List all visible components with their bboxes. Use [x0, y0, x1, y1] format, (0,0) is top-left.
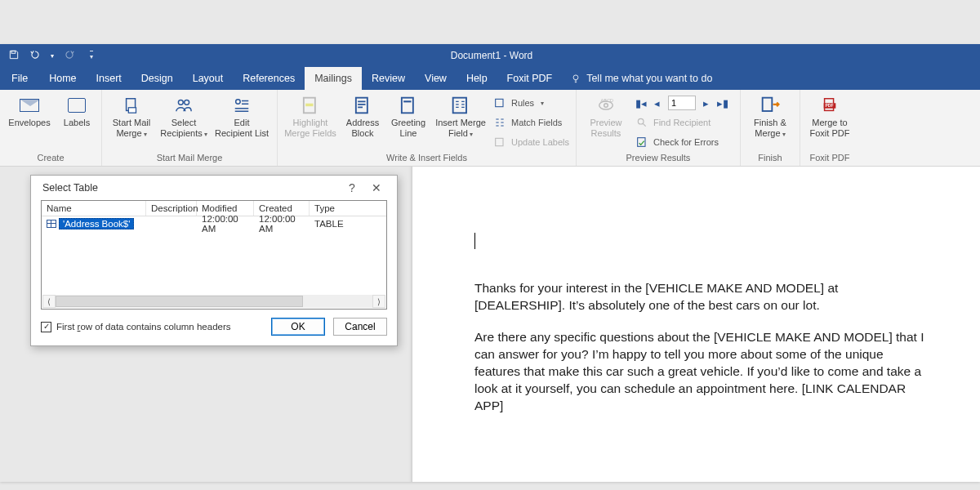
- horizontal-scrollbar[interactable]: ⟨ ⟩: [42, 295, 385, 308]
- scroll-track[interactable]: [56, 295, 372, 308]
- insert-merge-field-button[interactable]: Insert Merge Field: [434, 93, 487, 138]
- first-row-headers-checkbox[interactable]: ✓ First row of data contains column head…: [41, 322, 263, 332]
- tab-file[interactable]: File: [0, 67, 39, 90]
- svg-text:ABCD: ABCD: [601, 98, 613, 103]
- update-labels-label: Update Labels: [511, 137, 569, 147]
- svg-point-5: [185, 100, 189, 105]
- svg-text:PDF: PDF: [825, 103, 833, 108]
- dialog-title: Select Table: [42, 182, 340, 194]
- greeting-line-button[interactable]: Greeting Line: [389, 93, 428, 138]
- select-table-dialog: Select Table ? ✕ Name Description Modifi…: [30, 175, 398, 346]
- update-labels-button: Update Labels: [493, 134, 569, 150]
- cancel-button[interactable]: Cancel: [333, 318, 387, 336]
- qat-customize-icon[interactable]: ▾: [90, 51, 93, 60]
- tab-layout[interactable]: Layout: [183, 67, 234, 90]
- tell-me-label: Tell me what you want to do: [586, 73, 712, 84]
- group-write-label: Write & Insert Fields: [284, 151, 569, 164]
- table-row[interactable]: 'Address Book$' 12:00:00 AM 12:00:00 AM …: [42, 216, 386, 231]
- check-errors-icon: [635, 136, 648, 149]
- rules-button[interactable]: Rules▾: [493, 95, 569, 111]
- envelope-icon: [18, 95, 41, 116]
- select-recipients-label: Select Recipients: [160, 118, 207, 138]
- address-block-button[interactable]: Address Block: [343, 93, 382, 138]
- scroll-thumb[interactable]: [56, 296, 303, 307]
- text-cursor: [474, 233, 475, 249]
- dialog-close-button[interactable]: ✕: [364, 181, 389, 194]
- tell-me-search[interactable]: Tell me what you want to do: [562, 67, 720, 90]
- start-mail-merge-label: Start Mail Merge: [113, 118, 150, 138]
- tab-mailings[interactable]: Mailings: [305, 67, 362, 90]
- find-recipient-label: Find Recipient: [653, 118, 710, 127]
- finish-merge-label: Finish & Merge: [754, 118, 786, 138]
- greeting-line-label: Greeting Line: [391, 118, 425, 138]
- col-type[interactable]: Type: [310, 201, 386, 216]
- table-list[interactable]: Name Description Modified Created Type '…: [41, 200, 387, 310]
- col-description[interactable]: Description: [146, 201, 197, 216]
- scroll-right-icon[interactable]: ⟩: [372, 295, 385, 308]
- tab-foxit-pdf[interactable]: Foxit PDF: [497, 67, 563, 90]
- preview-results-label: Preview Results: [590, 118, 621, 138]
- select-recipients-button[interactable]: Select Recipients: [161, 93, 207, 138]
- next-record-icon[interactable]: ▸: [701, 97, 712, 109]
- svg-rect-13: [496, 138, 503, 145]
- last-record-icon[interactable]: ▸▮: [717, 97, 728, 109]
- edit-recipient-list-button[interactable]: Edit Recipient List: [213, 93, 270, 138]
- ok-button[interactable]: OK: [271, 318, 325, 336]
- tab-references[interactable]: References: [233, 67, 305, 90]
- start-mail-merge-button[interactable]: Start Mail Merge: [109, 93, 154, 138]
- envelopes-button[interactable]: Envelopes: [7, 93, 52, 128]
- svg-rect-0: [11, 51, 16, 53]
- finish-merge-button[interactable]: Finish & Merge: [747, 93, 793, 138]
- undo-icon[interactable]: [29, 49, 41, 63]
- tab-review[interactable]: Review: [362, 67, 415, 90]
- group-finish: Finish & Merge Finish: [741, 90, 800, 166]
- scroll-left-icon[interactable]: ⟨: [42, 295, 56, 308]
- document-page[interactable]: Thanks for your interest in the [VEHICLE…: [412, 167, 980, 482]
- edit-recipient-list-label: Edit Recipient List: [215, 118, 269, 138]
- svg-rect-19: [763, 98, 773, 111]
- row-created: 12:00:00 AM: [254, 213, 310, 234]
- greeting-line-icon: [397, 95, 420, 116]
- insert-merge-field-label: Insert Merge Field: [435, 118, 486, 138]
- document-paragraph-1: Thanks for your interest in the [VEHICLE…: [474, 280, 932, 314]
- first-record-icon[interactable]: ▮◂: [635, 97, 647, 109]
- col-name[interactable]: Name: [42, 201, 146, 216]
- highlight-merge-fields-button: Highlight Merge Fields: [284, 93, 336, 138]
- write-small-buttons: Rules▾ Match Fields Update Labels: [493, 93, 569, 150]
- tab-help[interactable]: Help: [457, 67, 497, 90]
- svg-point-6: [236, 100, 241, 105]
- address-block-icon: [351, 95, 374, 116]
- row-modified: 12:00:00 AM: [197, 213, 254, 234]
- group-preview-label: Preview Results: [583, 151, 733, 164]
- rules-icon: [493, 96, 506, 109]
- svg-rect-8: [305, 104, 313, 107]
- record-navigation: ▮◂ ◂ ▸ ▸▮: [635, 95, 733, 111]
- group-create: Envelopes Labels Create: [0, 90, 102, 166]
- check-for-errors-button[interactable]: Check for Errors: [635, 134, 733, 150]
- row-type: TABLE: [310, 218, 386, 229]
- tab-design[interactable]: Design: [131, 67, 183, 90]
- preview-results-button: ABCD Preview Results: [583, 93, 629, 138]
- match-fields-button[interactable]: Match Fields: [493, 114, 569, 131]
- record-number-input[interactable]: [668, 96, 696, 110]
- group-start-label: Start Mail Merge: [109, 151, 270, 164]
- pdf-icon: PDF: [818, 95, 841, 116]
- dialog-help-button[interactable]: ?: [340, 181, 364, 194]
- qat-dropdown-icon[interactable]: ▾: [51, 52, 54, 60]
- save-icon[interactable]: [8, 49, 20, 63]
- merge-to-foxit-pdf-button[interactable]: PDF Merge to Foxit PDF: [807, 93, 853, 138]
- tab-home[interactable]: Home: [39, 67, 86, 90]
- redo-icon[interactable]: [64, 49, 75, 63]
- checkbox-icon: ✓: [41, 322, 51, 332]
- match-fields-icon: [493, 116, 506, 129]
- labels-button[interactable]: Labels: [59, 93, 95, 128]
- tab-insert[interactable]: Insert: [87, 67, 131, 90]
- preview-icon: ABCD: [595, 95, 617, 116]
- group-foxit-pdf: PDF Merge to Foxit PDF Foxit PDF: [800, 90, 859, 166]
- group-finish-label: Finish: [747, 151, 793, 164]
- svg-rect-11: [453, 98, 466, 114]
- prev-record-icon[interactable]: ◂: [652, 97, 663, 109]
- tab-view[interactable]: View: [415, 67, 457, 90]
- highlight-icon: [299, 95, 322, 116]
- mail-merge-icon: [120, 95, 143, 116]
